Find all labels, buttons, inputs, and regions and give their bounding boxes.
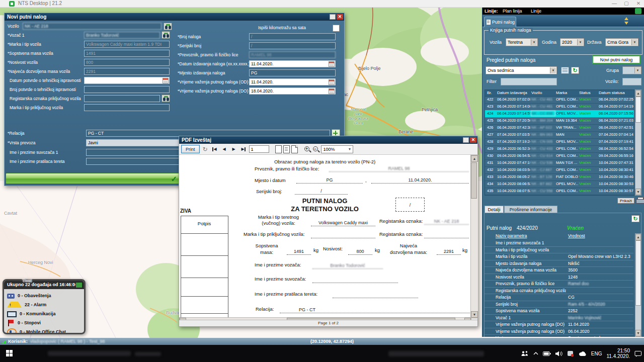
period-select[interactable]: Ova sedmica▼ bbox=[486, 66, 557, 74]
param-row[interactable]: Marka i tip priključnog vozila bbox=[485, 246, 633, 254]
param-row[interactable]: Registarska oznaka priključnog vozila bbox=[485, 287, 633, 295]
orders-column-header[interactable]: Vozilo bbox=[531, 90, 542, 95]
vozilo-filter-input[interactable] bbox=[622, 78, 641, 85]
confirm-button[interactable]: ✓ bbox=[6, 173, 181, 184]
field-input[interactable]: 2291 bbox=[84, 68, 170, 75]
km-checkbox[interactable] bbox=[333, 25, 340, 32]
taskbar-apps-blur[interactable] bbox=[48, 351, 131, 356]
zoom-in-icon[interactable] bbox=[304, 146, 311, 153]
param-row[interactable]: Sopstvena masa vozila2252 bbox=[485, 307, 633, 315]
vehicle-lookup-icon[interactable] bbox=[164, 23, 172, 30]
lookup-icon[interactable] bbox=[162, 95, 170, 102]
field-input[interactable]: PG bbox=[249, 69, 336, 76]
page-fold-view-icon[interactable] bbox=[291, 145, 298, 153]
calendar-icon[interactable] bbox=[329, 79, 335, 85]
action-center-icon[interactable] bbox=[634, 350, 642, 357]
calendar-icon[interactable] bbox=[329, 61, 335, 67]
param-row[interactable]: Marka i tip vozilaOpel Movano crew van L… bbox=[485, 253, 633, 260]
start-button[interactable] bbox=[6, 350, 13, 356]
scroll-up-icon[interactable]: ▲ bbox=[635, 90, 641, 97]
event-item[interactable]: 0 - Stopovi bbox=[7, 318, 83, 327]
order-row[interactable]: 42506.04.2020 07:20:50NK - BM 204MAN 19.… bbox=[485, 117, 634, 125]
lookup-icon[interactable] bbox=[162, 31, 170, 39]
orders-scrollbar[interactable]: ▲ ▼ bbox=[635, 89, 641, 196]
params-scrollbar[interactable]: ▲ ▼ bbox=[635, 233, 641, 337]
maximize-icon[interactable]: ▢ bbox=[621, 0, 632, 7]
first-page-icon[interactable]: ◀ bbox=[211, 145, 219, 153]
previous-page-icon[interactable]: ◀ bbox=[220, 145, 228, 153]
order-row[interactable]: 43009.04.2020 06:54:52NK - CU 614OPEL CO… bbox=[485, 152, 634, 160]
tab-scroll-up-icon[interactable] bbox=[624, 17, 628, 20]
speaker-icon[interactable] bbox=[555, 351, 562, 356]
minimize-icon[interactable]: — bbox=[609, 0, 620, 7]
order-row[interactable]: 42606.04.2020 07:42:38NK - AP 022VW TRAN… bbox=[485, 124, 634, 132]
field-input[interactable]: 18.04.2020. bbox=[249, 87, 336, 95]
tab-scroll-down-icon[interactable] bbox=[624, 22, 628, 25]
calendar-icon[interactable] bbox=[329, 88, 335, 94]
field-input[interactable]: Branko Todorović bbox=[84, 32, 160, 39]
event-item[interactable]: 0 - Obaveštenja bbox=[7, 291, 83, 300]
param-row[interactable]: Vrsta prevozaSopstvene potrebe bbox=[485, 334, 633, 337]
param-row[interactable]: Prevoznik, pravno ili fizičko liceRamel … bbox=[485, 280, 633, 288]
order-row[interactable]: 42206.04.2020 07:02:08NK - CU 461OPEL CO… bbox=[485, 96, 634, 104]
field-input[interactable]: 11.04.2020. bbox=[249, 78, 336, 85]
godina-select[interactable]: 2020▼ bbox=[560, 38, 584, 46]
clock[interactable]: 21:50 11.4.2020. bbox=[606, 348, 630, 359]
orders-column-header[interactable]: Marka bbox=[556, 90, 567, 95]
order-row[interactable]: 43310.04.2020 08:05:27NK - BT 128FIAT DO… bbox=[485, 173, 634, 181]
orders-column-header[interactable]: Br. bbox=[487, 90, 492, 95]
param-row[interactable]: Najveća dozvoljena masa vozila3500 bbox=[485, 266, 633, 274]
param-row[interactable]: Vrijeme važenja putnog naloga (DO)11.04.… bbox=[485, 321, 633, 328]
battery-icon[interactable] bbox=[543, 351, 551, 356]
close-icon[interactable]: ✕ bbox=[633, 0, 644, 7]
printer-icon[interactable] bbox=[636, 197, 644, 204]
param-row[interactable]: Mjesto izdavanja nalogaNikšić bbox=[485, 260, 633, 267]
page-text-view-icon[interactable] bbox=[283, 145, 290, 153]
pdf-window-titlebar[interactable]: PDF Izveštaj ✕ bbox=[179, 136, 477, 144]
drzava-select[interactable]: Crna Gora▼ bbox=[605, 38, 638, 46]
param-row[interactable]: Nosivost vozila1248 bbox=[485, 274, 633, 281]
order-row[interactable]: 43510.04.2020 08:07:52NK - CU 558OPEL CO… bbox=[485, 188, 634, 195]
zoom-out-icon[interactable] bbox=[312, 146, 319, 153]
order-row[interactable]: 42807.04.2020 07:19:24NK - CN 005OPEL MO… bbox=[485, 138, 634, 146]
refresh-icon[interactable]: ↻ bbox=[571, 67, 579, 74]
order-row[interactable]: 43410.04.2020 08:06:52NK - BT 882OPEL MO… bbox=[485, 180, 634, 188]
restore-icon[interactable] bbox=[330, 14, 336, 20]
orders-column-header[interactable]: Status bbox=[579, 90, 591, 95]
orders-column-header[interactable]: Datum statusa bbox=[599, 90, 625, 95]
page-layout-icon[interactable] bbox=[275, 145, 282, 153]
param-row[interactable]: Serijski brojRam 4/5 - 4/A/2020 bbox=[485, 301, 633, 308]
order-row[interactable]: 43210.04.2020 08:03:54NK - CJ 887OPEL CO… bbox=[485, 166, 634, 174]
vozilo-input[interactable]: NK - AE 218 bbox=[23, 23, 162, 30]
events-header[interactable]: Ukupno 22 događaja od 16:46:06 bbox=[4, 281, 84, 289]
app-badge-icon[interactable] bbox=[567, 350, 574, 357]
menu-item-plan-linija[interactable]: Plan linija bbox=[503, 8, 522, 15]
field-input[interactable] bbox=[84, 95, 160, 102]
field-input[interactable]: 11.04.2020. bbox=[249, 60, 336, 67]
refresh-icon[interactable]: ↻ bbox=[201, 145, 209, 153]
form-window-titlebar[interactable]: Novi putni nalog ✕ bbox=[5, 13, 344, 21]
tab-putni-nalog[interactable]: Putni nalog bbox=[484, 17, 516, 27]
people-icon[interactable] bbox=[521, 350, 529, 356]
field-input[interactable]: 800 bbox=[84, 59, 170, 66]
pdf-document[interactable]: Obrazac putnog naloga za teretno vozilo … bbox=[179, 155, 470, 317]
param-row[interactable]: Ime i prezime suvozača 1 bbox=[485, 239, 633, 247]
field-input[interactable] bbox=[84, 104, 170, 111]
field-input[interactable]: / bbox=[249, 33, 336, 40]
calendar-icon[interactable] bbox=[163, 78, 169, 83]
field-input[interactable]: 1491 bbox=[84, 50, 170, 57]
chevron-up-icon[interactable] bbox=[533, 351, 538, 355]
order-row[interactable]: 42306.04.2020 07:14:06NK - CU 461OPEL CO… bbox=[485, 103, 634, 111]
tab-prosirene-informacije[interactable]: Proširene informacije bbox=[504, 206, 557, 213]
close-icon[interactable]: ✕ bbox=[337, 14, 343, 20]
param-row[interactable]: Vrijeme važenja putnog naloga (OD)06.04.… bbox=[485, 328, 633, 335]
order-row[interactable]: 42707.04.2020 07:03:57NK - BN 063MANVrać… bbox=[485, 131, 634, 139]
scroll-down-icon[interactable]: ▼ bbox=[635, 189, 641, 195]
vozila-select[interactable]: Teretna▼ bbox=[506, 38, 538, 46]
page-number-input[interactable]: 1 bbox=[249, 145, 269, 153]
onedrive-cloud-icon[interactable] bbox=[579, 351, 587, 356]
field-input[interactable]: Volkswagen Caddy maxi kasten 1.9 TDI bbox=[84, 41, 170, 48]
taskbar-apps-blur[interactable] bbox=[135, 352, 161, 356]
order-row[interactable]: 43110.04.2020 07:47:19NK - CU 536MAN TGX… bbox=[485, 159, 634, 167]
zoom-level-select[interactable]: 100%▼ bbox=[321, 145, 353, 153]
